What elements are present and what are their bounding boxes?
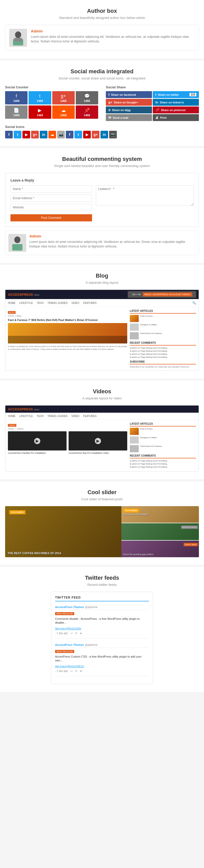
share-googleplus-button[interactable]: g+Share on Google+	[106, 99, 152, 106]
slider-right-bot[interactable]: DON'T MISS About the growing gap politic…	[122, 540, 199, 557]
author-name: Admin	[31, 29, 195, 33]
tweet-1-user: AccessPress Themes @aptheme	[55, 604, 149, 609]
counter-docs[interactable]: 📄1468	[5, 105, 28, 119]
slider-container: FEATURED THE BEST COFFEE MACHINES OF 201…	[5, 506, 199, 557]
comment-form-title: Leave a Reply	[10, 178, 194, 182]
blog-demo-logo: ACCESSPRESS MAG	[8, 292, 39, 297]
social-media-subtitle: Social counter, social share and social …	[5, 76, 199, 80]
blog-section-tag: BLOG	[8, 311, 15, 314]
document-icon: 📄	[13, 107, 19, 113]
counter-facebook[interactable]: f1468	[5, 91, 28, 104]
tweet-1-actions: ↩ ⟳ ★	[70, 631, 82, 635]
vid-nav-lifestyle[interactable]: LIFESTYLE	[20, 415, 33, 417]
social-icon-googleplus[interactable]: g+	[31, 131, 39, 138]
blog-demo-ad: 728 × 90 NEED A WORDPRESS MAGAZINE THEME…	[128, 291, 196, 298]
sidebar-item-1: Fast & Furiou...	[130, 315, 196, 322]
counter-twitter[interactable]: t1468	[29, 91, 51, 104]
social-icon-facebook[interactable]: f	[5, 131, 13, 138]
tweet-1-favorite[interactable]: ★	[79, 631, 82, 635]
vid-nav-tech[interactable]: TECH	[37, 415, 44, 417]
share-pinterest-button[interactable]: 📌Share on pinterest	[153, 106, 199, 113]
comment-icon: 💬	[84, 93, 90, 99]
slider-section: Cool slider Cool slider of featured post…	[0, 482, 204, 565]
comment-name-input[interactable]	[10, 185, 92, 192]
googleplus-icon: g+	[61, 93, 66, 99]
slider-main-image[interactable]: FEATURED THE BEST COFFEE MACHINES OF 201…	[5, 506, 122, 557]
social-icon-linkedin[interactable]: in	[40, 131, 47, 138]
social-icon-linkedin-2[interactable]: in	[100, 131, 108, 138]
play-button-1[interactable]: ▶	[34, 438, 40, 444]
tweet-2-retweet[interactable]: ⟳	[75, 669, 77, 673]
nav-features[interactable]: FEATURES	[83, 302, 97, 304]
comment-author-info: Admin Lorem ipsum dolor sit amet consect…	[29, 234, 196, 249]
video-grid: ▶ AccessPress Parallax Pro Installation …	[8, 431, 127, 454]
social-icon-camera[interactable]: 📷	[109, 131, 117, 138]
comment-form: Post Comment	[10, 185, 194, 221]
counter-pinterest[interactable]: 📌1468	[76, 105, 98, 119]
video-latest-title: LATEST ARTICLES	[130, 423, 196, 427]
vid-nav-video[interactable]: VIDEO	[71, 415, 79, 417]
sidebar-text-1: Fast & Furiou...	[140, 315, 154, 317]
social-icon-twitter-2[interactable]: t	[74, 131, 82, 138]
video-sidebar-3: HOW Much Do Fashion...	[130, 445, 196, 452]
play-button-2[interactable]: ▶	[95, 438, 101, 444]
tweet-2-link[interactable]: http://ow.ly/RimGnI29E1b	[55, 665, 84, 668]
social-icon-soundcloud[interactable]: ☁	[48, 131, 56, 138]
share-twitter-label: Share on twitter	[158, 93, 179, 96]
slider-featured-badge: FEATURED	[123, 508, 139, 513]
slider-right-mid[interactable]: EDITOR PICKS	[122, 523, 199, 540]
search-icon[interactable]: 🔍	[192, 301, 196, 305]
dont-miss-badge: DON'T MISS	[183, 543, 198, 546]
tweet-1-retweet[interactable]: ⟳	[75, 631, 77, 635]
blog-breadcrumb: Home » Blog	[8, 315, 127, 317]
social-icon-gp-2[interactable]: g+	[92, 131, 99, 138]
tweet-2-text: AcceoPress Custom CSS - a free WordPress…	[55, 655, 149, 663]
vid-nav-home[interactable]: HOME	[8, 415, 15, 417]
slider-right-panel: FEATURED Discovered wild Gadgets EDITOR …	[122, 506, 199, 557]
comment-textarea[interactable]	[96, 185, 194, 206]
social-icon-facebook-2[interactable]: f	[66, 131, 73, 138]
social-icon-twitter[interactable]: t	[14, 131, 22, 138]
video-thumb-2[interactable]: ▶	[69, 431, 127, 451]
blog-demo-nav: HOME LIFESTYLE TECH TRAVEL GUIDES VIDEO …	[5, 299, 199, 307]
share-twitter-button[interactable]: tShare on twitter210	[153, 91, 199, 98]
counter-youtube[interactable]: ▶1468	[29, 105, 51, 119]
tweet-2-favorite[interactable]: ★	[79, 669, 82, 673]
post-comment-button[interactable]: Post Comment	[10, 214, 92, 221]
tweet-1-username[interactable]: AccessPress Themes	[55, 606, 84, 609]
counter-comments[interactable]: 💬1468	[76, 91, 98, 104]
social-icon-photo[interactable]: 📷	[57, 131, 65, 138]
twitter-feed-box: TWITTER FEED AccessPress Themes @aptheme…	[51, 592, 153, 684]
video-item-2: ▶ AccessPress Ray Pro Installation Video	[69, 431, 127, 454]
slider-right-top[interactable]: FEATURED Discovered wild Gadgets	[122, 506, 199, 523]
nav-travel[interactable]: TRAVEL GUIDES	[47, 302, 68, 304]
tweet-2-username[interactable]: AccessPress Themes	[55, 643, 84, 646]
vid-nav-features[interactable]: FEATURES	[83, 415, 97, 417]
comment-website-input[interactable]	[10, 204, 92, 211]
comment-email-input[interactable]	[10, 194, 92, 202]
video-thumb-1[interactable]: ▶	[8, 431, 67, 451]
share-linkedin-button[interactable]: inShare on linked in	[153, 99, 199, 106]
send-mail-button[interactable]: ✉Send a mail	[106, 114, 152, 121]
counter-soundcloud[interactable]: ☁1468	[52, 105, 75, 119]
social-counter-col: Social Counter f1468 t1468 g+1468 💬1468 …	[5, 85, 98, 121]
nav-home[interactable]: HOME	[8, 302, 15, 304]
tweet-1-reply[interactable]: ↩	[70, 631, 73, 635]
social-icon-youtube[interactable]: ▶	[23, 131, 30, 138]
print-button[interactable]: 🖨Print	[153, 114, 199, 121]
video-item-1: ▶ AccessPress Parallax Pro Installation	[8, 431, 67, 454]
social-icon-youtube-2[interactable]: ▶	[83, 131, 91, 138]
vid-nav-travel[interactable]: TRAVEL GUIDES	[47, 415, 68, 417]
sidebar-recent-title: RECENT COMMENTS	[130, 341, 196, 345]
tweet-1-handle: @aptheme	[85, 606, 98, 609]
tweet-2-reply[interactable]: ↩	[70, 669, 73, 673]
counter-googleplus[interactable]: g+1468	[52, 91, 75, 104]
video-recent-1: ● admin on Page Markup And Formatting	[130, 460, 196, 462]
nav-video[interactable]: VIDEO	[71, 302, 79, 304]
recent-comment-2: ● admin on Page Markup And Formatting	[130, 350, 196, 352]
nav-tech[interactable]: TECH	[37, 302, 44, 304]
nav-lifestyle[interactable]: LIFESTYLE	[20, 302, 33, 304]
share-facebook-button[interactable]: fShare on facebook	[106, 91, 152, 98]
share-digg-button[interactable]: dShare on digg	[106, 106, 152, 113]
tweet-1-link[interactable]: http://ow.ly/RimGnI29w	[55, 627, 81, 630]
